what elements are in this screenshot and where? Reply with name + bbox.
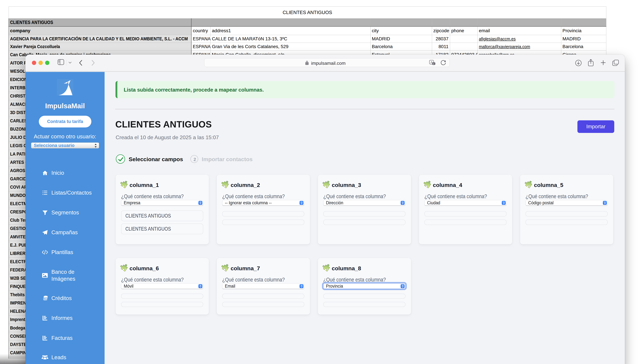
svg-text:x: x (433, 63, 434, 65)
